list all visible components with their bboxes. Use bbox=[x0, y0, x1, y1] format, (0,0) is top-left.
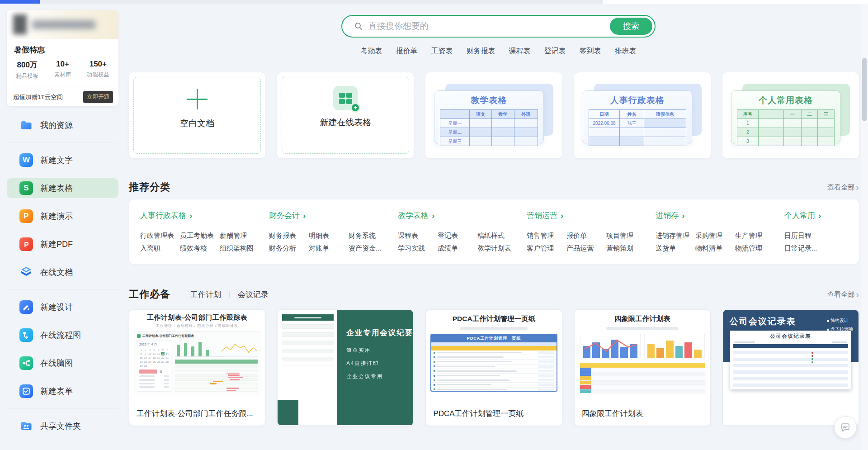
feature-item: A4直接打印 bbox=[346, 360, 413, 367]
template-card-personal[interactable]: 个人常用表格序号一二三123 bbox=[722, 72, 859, 158]
category-header[interactable]: 进销存› bbox=[656, 210, 784, 221]
category-item[interactable]: 报价单 bbox=[566, 232, 606, 240]
sheet-label: 工作计划表-公司部门工作任务跟踪表 bbox=[142, 334, 194, 338]
blank-doc-card[interactable]: 空白文档 bbox=[129, 72, 265, 158]
category-item[interactable]: 营销策划 bbox=[606, 244, 656, 253]
category-item[interactable]: 送货单 bbox=[656, 244, 695, 253]
category-item[interactable]: 明细表 bbox=[309, 232, 349, 240]
sidebar-item-flowchart[interactable]: 在线流程图 bbox=[7, 325, 118, 345]
work-card-pdca[interactable]: PDCA工作计划管理一页纸 PDCA工作计划管理一页纸 PDCA工作计划管理一页… bbox=[425, 309, 562, 426]
search-tag[interactable]: 工资表 bbox=[431, 47, 453, 56]
preview-cell bbox=[759, 128, 784, 137]
template-card-teaching[interactable]: 教学表格语文数学外语星期一星期二星期三 bbox=[425, 72, 562, 158]
view-all-work[interactable]: 查看全部 › bbox=[827, 290, 859, 299]
preview-cell bbox=[620, 137, 644, 146]
category-item[interactable]: 入离职 bbox=[140, 244, 180, 253]
highlight-band bbox=[431, 346, 556, 351]
mini-spreadsheet: 工作计划表-公司部门工作任务跟踪表 2022 年 4 月 12345678910… bbox=[134, 331, 260, 394]
mini-bar-chart bbox=[644, 334, 705, 359]
template-card-hr[interactable]: 人事行政表格日期姓名请假信息2022.06.08张三 bbox=[574, 72, 711, 158]
preview-cell bbox=[514, 137, 538, 146]
my-resources-icon bbox=[19, 118, 33, 132]
feature-item: 企业会议专用 bbox=[346, 373, 413, 380]
category-header[interactable]: 教学表格› bbox=[398, 210, 527, 221]
category-item[interactable]: 物流管理 bbox=[735, 244, 784, 253]
template-thumbnail: 企业专用会议纪要 简单实用A4直接打印企业会议专用 bbox=[278, 310, 413, 425]
scrollbar-thumb[interactable] bbox=[862, 58, 867, 121]
sidebar-item-online-doc[interactable]: 在线文档 bbox=[7, 262, 118, 282]
category-item[interactable]: 进销存管理 bbox=[656, 232, 695, 240]
sidebar-item-new-slides[interactable]: P新建演示 bbox=[7, 206, 118, 226]
category-item[interactable]: 日常记录... bbox=[784, 244, 859, 253]
sidebar-item-new-pdf[interactable]: 新建PDF bbox=[7, 234, 118, 254]
category-item[interactable]: 物料清单 bbox=[695, 244, 735, 253]
category-item[interactable]: 财务报表 bbox=[269, 232, 309, 240]
sidebar-item-mindmap[interactable]: 在线脑图 bbox=[7, 353, 118, 373]
sidebar-item-new-sheet[interactable]: S新建表格 bbox=[7, 178, 118, 198]
category-item[interactable]: 资产资金... bbox=[349, 244, 398, 253]
preview-cell bbox=[492, 128, 514, 137]
category-item[interactable]: 行政管理表 bbox=[140, 232, 180, 240]
category-item[interactable]: 财务分析 bbox=[269, 244, 309, 253]
category-items: 日历日程日常记录... bbox=[784, 232, 859, 253]
category-item[interactable]: 项目管理 bbox=[606, 232, 656, 240]
preview-cell: 星期二 bbox=[440, 128, 470, 137]
search-button[interactable]: 搜索 bbox=[610, 18, 652, 35]
category-item[interactable]: 产品运营 bbox=[566, 244, 606, 253]
tab-work-plan[interactable]: 工作计划 bbox=[190, 289, 221, 300]
search-tag[interactable]: 财务报表 bbox=[467, 47, 495, 56]
chat-bubble-icon bbox=[840, 422, 851, 433]
category-item[interactable]: 生产管理 bbox=[735, 232, 784, 240]
category-header[interactable]: 财务会计› bbox=[269, 210, 398, 221]
work-card-enterprise-meeting[interactable]: 企业专用会议纪要 简单实用A4直接打印企业会议专用 企业专用会议记录表 bbox=[277, 309, 414, 426]
chat-button[interactable] bbox=[834, 416, 857, 439]
category-header[interactable]: 营销运营› bbox=[527, 210, 656, 221]
category-item[interactable]: 绩效考核 bbox=[180, 244, 220, 253]
search-tag[interactable]: 考勤表 bbox=[361, 47, 382, 56]
user-card[interactable] bbox=[7, 10, 118, 39]
category-item[interactable]: 学习实践 bbox=[398, 244, 438, 253]
category-item[interactable]: 财务系统 bbox=[349, 232, 398, 240]
sidebar-item-new-design[interactable]: 新建设计 bbox=[7, 297, 118, 317]
category-item[interactable]: 薪酬管理 bbox=[220, 232, 269, 240]
category-item[interactable]: 对账单 bbox=[309, 244, 349, 253]
category-item[interactable]: 教学计划表 bbox=[477, 244, 527, 253]
category-item[interactable]: 课程表 bbox=[398, 232, 438, 240]
search-tag[interactable]: 排班表 bbox=[615, 47, 637, 56]
work-card-simple-meeting[interactable]: 公司会议记录表 ■简约设计■含下拉选项 公司会议记录表 简约公司会议记录表 bbox=[722, 309, 859, 426]
search-bar[interactable]: 直接搜你想要的 搜索 bbox=[341, 15, 656, 38]
fine-print-placeholder bbox=[460, 327, 528, 330]
sidebar-divider bbox=[7, 408, 118, 409]
category-item[interactable]: 组织架构图 bbox=[220, 244, 269, 253]
category-item[interactable]: 登记表 bbox=[438, 232, 477, 240]
view-all-recommend[interactable]: 查看全部 › bbox=[827, 183, 859, 192]
work-card-quadrant[interactable]: 四象限工作计划表 四象限工作计划表 bbox=[574, 309, 711, 426]
category-item[interactable]: 成绩单 bbox=[438, 244, 477, 253]
category-item[interactable]: 稿纸样式 bbox=[477, 232, 527, 240]
sidebar-item-my-resources[interactable]: 我的资源 bbox=[7, 115, 118, 135]
sidebar-item-shared-folder[interactable]: 共享文件夹 bbox=[7, 416, 118, 436]
new-online-sheet-card[interactable]: + 新建在线表格 bbox=[277, 72, 414, 158]
mini-spreadsheet: 公司会议记录表 bbox=[730, 331, 851, 389]
category-item[interactable]: 日历日程 bbox=[784, 232, 859, 240]
activate-now-button[interactable]: 立即开通 bbox=[83, 91, 113, 103]
search-tag[interactable]: 报价单 bbox=[396, 47, 418, 56]
new-online-sheet-label: 新建在线表格 bbox=[320, 117, 371, 128]
scrollbar[interactable] bbox=[861, 4, 868, 450]
search-tag[interactable]: 登记表 bbox=[544, 47, 566, 56]
sidebar-item-new-form[interactable]: 新建表单 bbox=[7, 381, 118, 401]
work-card-plan-tracker[interactable]: 工作计划表-公司部门工作跟踪表 工作管理 / 自动统计 / 图表分析 / 可编辑… bbox=[129, 309, 265, 426]
category-header[interactable]: 个人常用› bbox=[784, 210, 859, 221]
category-item[interactable]: 采购管理 bbox=[695, 232, 735, 240]
search-tag[interactable]: 课程表 bbox=[509, 47, 531, 56]
category-item[interactable]: 客户管理 bbox=[527, 244, 566, 253]
preview-cell bbox=[644, 137, 686, 146]
promo-stat: 10+ 素材库 bbox=[45, 60, 80, 80]
tab-meeting-notes[interactable]: 会议记录 bbox=[238, 289, 269, 300]
sidebar-item-new-doc[interactable]: W新建文字 bbox=[7, 150, 118, 170]
search-tag[interactable]: 签到表 bbox=[580, 47, 601, 56]
category-header[interactable]: 人事行政表格› bbox=[140, 210, 269, 221]
category-item[interactable]: 销售管理 bbox=[527, 232, 566, 240]
plus-icon bbox=[187, 89, 208, 109]
category-item[interactable]: 员工考勤表 bbox=[180, 232, 220, 240]
